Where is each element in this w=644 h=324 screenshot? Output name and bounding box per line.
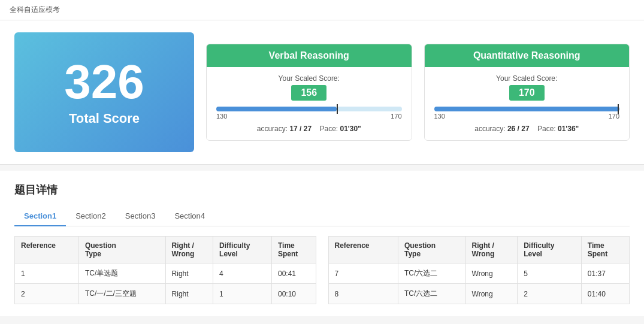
verbal-score-bar-track <box>216 107 402 111</box>
quant-score-bar-track <box>434 107 620 111</box>
verbal-reasoning-panel: Verbal Reasoning Your Scaled Score: 156 … <box>206 44 412 141</box>
details-title: 题目详情 <box>14 183 630 197</box>
verbal-accuracy-value: 17 / 27 <box>289 125 312 133</box>
left-table-body: 1TC/单选题Right400:412TC/一/二/三空题Right100:10 <box>15 264 316 304</box>
table-cell: 01:40 <box>581 284 629 304</box>
left-col-reference: Reference <box>15 237 79 264</box>
table-row: 2TC/一/二/三空题Right100:10 <box>15 284 316 304</box>
tabs-row: Section1 Section2 Section3 Section4 <box>14 207 630 226</box>
quant-score-badge: 170 <box>509 85 545 101</box>
table-cell: 00:41 <box>271 264 316 284</box>
table-cell: Wrong <box>465 284 518 304</box>
quant-stats: accuracy: 26 / 27 Pace: 01'36" <box>434 125 620 133</box>
right-table-header-row: Reference QuestionType Right /Wrong Diff… <box>328 237 630 264</box>
quantitative-reasoning-title: Quantitative Reasoning <box>425 44 630 67</box>
right-col-question-type: QuestionType <box>398 237 466 264</box>
tab-section2[interactable]: Section2 <box>66 207 116 226</box>
quant-range-min: 130 <box>434 113 445 120</box>
verbal-score-badge: 156 <box>291 85 326 101</box>
verbal-range-min: 130 <box>216 113 227 120</box>
quant-score-bar-labels: 130 170 <box>434 113 620 120</box>
top-bar: 全科自适应模考 <box>0 0 644 20</box>
quant-pace-value: 01'36" <box>558 125 579 133</box>
table-cell: TC/一/二/三空题 <box>78 284 165 304</box>
table-cell: TC/六选二 <box>398 284 466 304</box>
left-table-header-row: Reference QuestionType Right /Wrong Diff… <box>15 237 316 264</box>
right-table-container: Reference QuestionType Right /Wrong Diff… <box>328 236 630 304</box>
table-cell: 2 <box>15 284 79 304</box>
verbal-scaled-score-label: Your Scaled Score: <box>216 74 402 83</box>
verbal-scaled-score-value-row: 156 <box>216 85 402 101</box>
left-col-question-type: QuestionType <box>78 237 165 264</box>
right-table: Reference QuestionType Right /Wrong Diff… <box>328 236 630 304</box>
quant-pace-label: Pace: <box>537 125 556 133</box>
table-cell: 01:37 <box>581 264 629 284</box>
table-row: 7TC/六选二Wrong501:37 <box>328 264 630 284</box>
table-cell: 5 <box>518 264 582 284</box>
table-cell: 00:10 <box>271 284 316 304</box>
quant-accuracy-value: 26 / 27 <box>507 125 530 133</box>
quant-scaled-score-value-row: 170 <box>434 85 620 101</box>
details-section: 题目详情 Section1 Section2 Section3 Section4… <box>0 171 644 316</box>
table-cell: TC/六选二 <box>398 264 466 284</box>
quant-score-bar-container: 130 170 <box>434 107 620 120</box>
quantitative-reasoning-panel: Quantitative Reasoning Your Scaled Score… <box>424 44 630 141</box>
verbal-pace-value: 01'30" <box>340 125 361 133</box>
table-cell: Wrong <box>465 264 518 284</box>
quantitative-reasoning-body: Your Scaled Score: 170 130 170 accuracy: <box>425 67 630 140</box>
verbal-reasoning-title: Verbal Reasoning <box>207 44 412 67</box>
table-cell: 2 <box>518 284 582 304</box>
tab-section4[interactable]: Section4 <box>165 207 214 226</box>
right-col-time: TimeSpent <box>581 237 629 264</box>
top-bar-title: 全科自适应模考 <box>10 5 60 14</box>
quant-score-bar-marker <box>618 104 619 114</box>
verbal-reasoning-body: Your Scaled Score: 156 130 170 accuracy: <box>207 67 412 140</box>
total-score-label: Total Score <box>69 111 140 126</box>
table-cell: 1 <box>213 284 272 304</box>
verbal-score-bar-container: 130 170 <box>216 107 402 120</box>
verbal-stats: accuracy: 17 / 27 Pace: 01'30" <box>216 125 402 133</box>
total-score-box: 326 Total Score <box>14 32 194 152</box>
score-panels: Verbal Reasoning Your Scaled Score: 156 … <box>206 44 630 141</box>
right-col-right-wrong: Right /Wrong <box>465 237 518 264</box>
table-cell: Right <box>165 284 213 304</box>
table-row: 1TC/单选题Right400:41 <box>15 264 316 284</box>
left-table-container: Reference QuestionType Right /Wrong Diff… <box>14 236 316 304</box>
left-col-difficulty: DifficultyLevel <box>213 237 272 264</box>
table-cell: 7 <box>328 264 398 284</box>
left-table: Reference QuestionType Right /Wrong Diff… <box>14 236 316 304</box>
tab-section1[interactable]: Section1 <box>14 207 66 226</box>
left-col-right-wrong: Right /Wrong <box>165 237 213 264</box>
score-section: 326 Total Score Verbal Reasoning Your Sc… <box>0 20 644 165</box>
verbal-pace-label: Pace: <box>319 125 338 133</box>
tab-section3[interactable]: Section3 <box>116 207 165 226</box>
right-col-reference: Reference <box>328 237 398 264</box>
verbal-range-max: 170 <box>391 113 401 120</box>
right-col-difficulty: DifficultyLevel <box>518 237 582 264</box>
quant-score-bar-fill <box>434 107 620 111</box>
total-score-number: 326 <box>64 58 144 106</box>
tables-row: Reference QuestionType Right /Wrong Diff… <box>14 236 630 304</box>
table-cell: Right <box>165 264 213 284</box>
table-cell: 8 <box>328 284 398 304</box>
verbal-score-bar-marker <box>337 104 338 114</box>
quant-accuracy-label: accuracy: <box>474 125 505 133</box>
verbal-score-bar-labels: 130 170 <box>216 113 402 120</box>
table-cell: 4 <box>213 264 272 284</box>
table-cell: 1 <box>15 264 79 284</box>
table-row: 8TC/六选二Wrong201:40 <box>328 284 630 304</box>
right-table-body: 7TC/六选二Wrong501:378TC/六选二Wrong201:40 <box>328 264 630 304</box>
table-cell: TC/单选题 <box>78 264 165 284</box>
quant-scaled-score-label: Your Scaled Score: <box>434 74 620 83</box>
left-col-time: TimeSpent <box>271 237 316 264</box>
verbal-accuracy-label: accuracy: <box>257 125 288 133</box>
verbal-score-bar-fill <box>216 107 337 111</box>
